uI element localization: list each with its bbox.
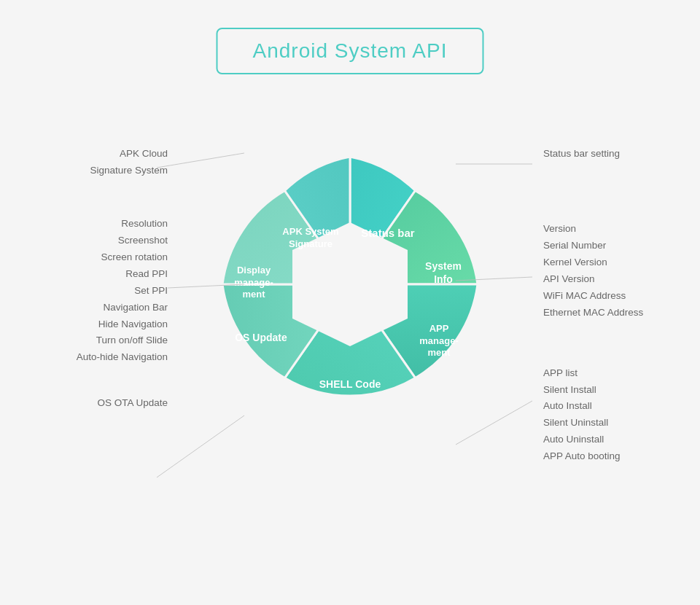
left-label-hide-navigation: Hide Navigation: [0, 316, 168, 333]
left-label-signature-system: Signature System: [0, 163, 168, 179]
left-label-auto-hide: Auto-hide Navigation: [0, 349, 168, 366]
right-label-ethernet-mac: Ethernet MAC Address: [543, 305, 700, 321]
right-label-serial: Serial Number: [543, 238, 700, 254]
segment-label-display: Display: [237, 265, 271, 276]
right-label-silent-install: Silent Install: [543, 382, 700, 399]
segment-label-shell: SHELL Code: [319, 378, 381, 390]
right-label-app-list: APP list: [543, 365, 700, 382]
right-label-kernel: Kernel Version: [543, 254, 700, 271]
diagram-container: Status bar System Info APP manage- ment …: [197, 117, 503, 452]
right-label-api-version: API Version: [543, 271, 700, 288]
left-label-apk-cloud: APK Cloud: [0, 146, 168, 163]
left-label-os-ota: OS OTA Update: [0, 395, 168, 412]
segment-label-apk: APK System: [282, 226, 338, 237]
segment-label-system-info: System: [425, 260, 462, 272]
segment-label-status-bar: Status bar: [361, 227, 415, 239]
left-label-read-ppi: Read PPI: [0, 266, 168, 283]
diagram-svg: Status bar System Info APP manage- ment …: [197, 117, 503, 452]
segment-label-display-3: ment: [242, 289, 265, 300]
left-label-navigation-bar: Navigation Bar: [0, 300, 168, 316]
segment-label-os: OS Update: [235, 332, 287, 343]
right-labels: Status bar setting Version Serial Number…: [532, 124, 700, 465]
page-title: Android System API: [252, 39, 447, 63]
segment-label-system-info-2: Info: [434, 273, 453, 285]
right-label-auto-install: Auto Install: [543, 398, 700, 415]
right-label-silent-uninstall: Silent Uninstall: [543, 415, 700, 432]
left-label-screen-rotation: Screen rotation: [0, 249, 168, 266]
right-label-auto-uninstall: Auto Uninstall: [543, 432, 700, 448]
segment-label-app-mgmt-2: manage-: [419, 335, 458, 346]
segment-label-app-mgmt-3: ment: [427, 347, 451, 358]
left-label-set-ppi: Set PPI: [0, 283, 168, 300]
left-label-screenshot: Screenshot: [0, 233, 168, 249]
left-label-resolution: Resolution: [0, 216, 168, 233]
segment-label-apk-2: Signature: [289, 238, 332, 249]
right-label-version: Version: [543, 221, 700, 238]
segment-label-app-mgmt: APP: [429, 323, 449, 334]
right-label-app-auto-booting: APP Auto booting: [543, 448, 700, 465]
left-labels: APK Cloud Signature System Resolution Sc…: [0, 124, 168, 412]
left-label-turn-on-off: Turn on/off Slide: [0, 332, 168, 349]
segment-label-display-2: manage-: [234, 277, 273, 288]
right-label-wifi-mac: WiFi MAC Address: [543, 288, 700, 305]
title-box: Android System API: [216, 28, 483, 74]
right-label-status-bar-setting: Status bar setting: [543, 146, 700, 163]
